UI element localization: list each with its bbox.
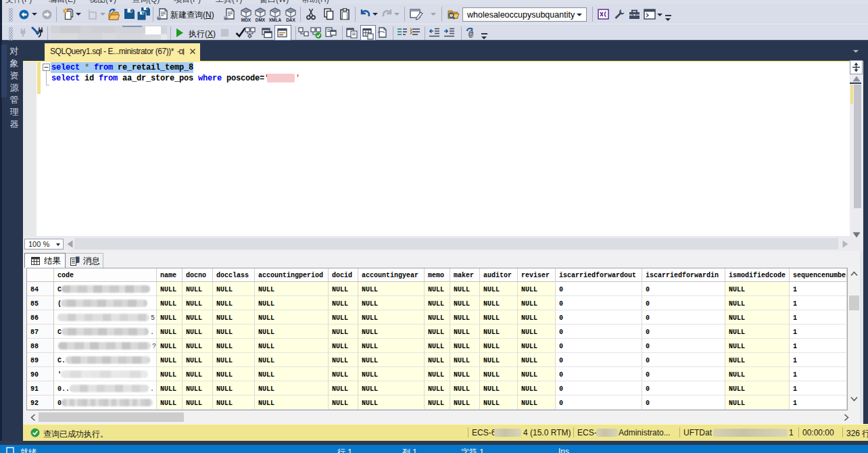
svg-text:XMLA: XMLA bbox=[269, 18, 282, 22]
svg-text:DMX: DMX bbox=[256, 18, 266, 22]
svg-text:@: @ bbox=[468, 30, 473, 39]
svg-text:MDX: MDX bbox=[241, 18, 251, 22]
svg-text:DAX: DAX bbox=[286, 18, 295, 22]
